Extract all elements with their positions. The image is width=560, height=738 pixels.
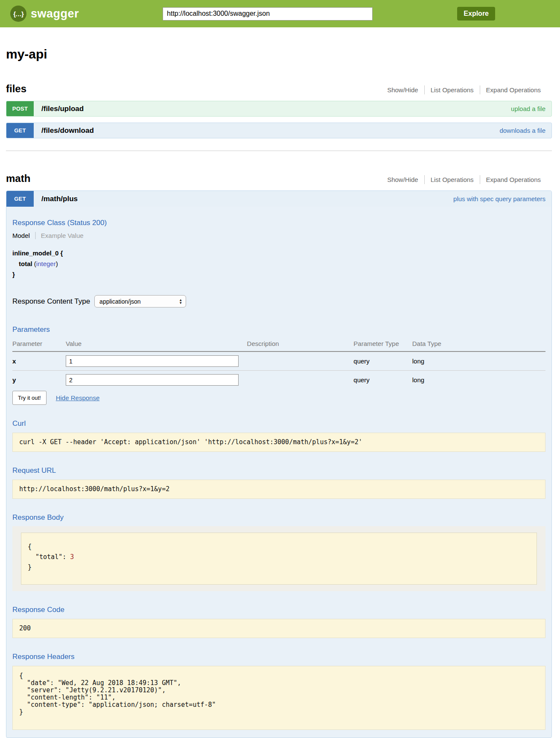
response-headers-json: { "date": "Wed, 22 Aug 2018 18:49:13 GMT… xyxy=(19,672,539,716)
files-section-header: files Show/Hide List Operations Expand O… xyxy=(6,83,552,95)
operation-summary-link[interactable]: downloads a file xyxy=(499,123,551,138)
explore-button[interactable]: Explore xyxy=(457,7,495,20)
response-body-wrapper: { "total": 3 } xyxy=(12,526,545,591)
operation-content: Response Class (Status 200) Model Exampl… xyxy=(6,207,551,738)
col-description: Description xyxy=(247,337,354,351)
response-headers-heading: Response Headers xyxy=(12,653,545,661)
param-type: query xyxy=(353,371,412,390)
http-method-badge: POST xyxy=(6,101,34,116)
param-description xyxy=(247,371,354,390)
param-type: query xyxy=(353,351,412,371)
param-name: x xyxy=(12,351,66,371)
parameters-header-row: Parameter Value Description Parameter Ty… xyxy=(12,337,545,351)
hide-response-link[interactable]: Hide Response xyxy=(56,394,100,401)
swagger-logo-icon: {…} xyxy=(10,6,26,22)
response-class-tabs: Model Example Value xyxy=(12,232,545,239)
response-code-box: 200 xyxy=(12,619,545,638)
param-x-value-input[interactable] xyxy=(66,355,239,367)
top-bar: {…} swagger Explore xyxy=(0,0,560,27)
operation-post-files-upload: POST /files/upload upload a file xyxy=(6,101,552,117)
json-total-line: "total": 3 xyxy=(28,552,530,562)
model-property-name: total xyxy=(19,260,32,267)
math-section-header: math Show/Hide List Operations Expand Op… xyxy=(6,173,552,184)
files-section-controls: Show/Hide List Operations Expand Operati… xyxy=(381,85,552,94)
response-body-json: { "total": 3 } xyxy=(21,533,537,585)
curl-command: curl -X GET --header 'Accept: applicatio… xyxy=(19,439,539,446)
page-title: my-api xyxy=(6,47,552,62)
files-show-hide-link[interactable]: Show/Hide xyxy=(381,85,424,94)
model-property-paren-close: ) xyxy=(56,260,58,267)
col-parameter-type: Parameter Type xyxy=(353,337,412,351)
operation-summary-link[interactable]: plus with spec query parameters xyxy=(453,191,551,207)
try-row: Try it out! Hide Response xyxy=(12,391,545,405)
operation-path-link[interactable]: /math/plus xyxy=(34,191,78,207)
param-description xyxy=(247,351,354,371)
col-value: Value xyxy=(66,337,247,351)
tab-example-value[interactable]: Example Value xyxy=(35,232,84,239)
operation-heading[interactable]: POST /files/upload upload a file xyxy=(6,101,552,117)
param-data-type: long xyxy=(412,351,545,371)
json-open-brace: { xyxy=(28,542,530,552)
request-url-value: http://localhost:3000/math/plus?x=1&y=2 xyxy=(19,486,539,493)
spec-url-input[interactable] xyxy=(163,7,373,20)
operation-get-math-plus: GET /math/plus plus with spec query para… xyxy=(6,190,552,738)
json-key: "total": xyxy=(35,553,66,561)
model-open-line: inline_model_0 { xyxy=(12,248,545,258)
http-method-badge: GET xyxy=(6,123,34,138)
response-headers-box: { "date": "Wed, 22 Aug 2018 18:49:13 GMT… xyxy=(12,666,545,730)
swagger-brand[interactable]: {…} swagger xyxy=(10,6,79,22)
curl-command-box: curl -X GET --header 'Accept: applicatio… xyxy=(12,433,545,452)
parameters-heading: Parameters xyxy=(12,325,545,334)
response-code-value: 200 xyxy=(19,625,539,632)
response-class-heading: Response Class (Status 200) xyxy=(12,219,545,227)
curl-heading: Curl xyxy=(12,419,545,428)
math-section-title: math xyxy=(6,173,30,184)
response-content-type-label: Response Content Type xyxy=(12,297,90,306)
try-it-out-button[interactable]: Try it out! xyxy=(12,391,47,405)
param-name: y xyxy=(12,371,66,390)
parameter-row-y: y query long xyxy=(12,371,545,390)
model-signature: inline_model_0 { total (integer) } xyxy=(12,248,545,280)
operation-heading[interactable]: GET /files/download downloads a file xyxy=(6,123,552,138)
param-y-value-input[interactable] xyxy=(66,374,239,386)
col-data-type: Data Type xyxy=(412,337,545,351)
math-section-controls: Show/Hide List Operations Expand Operati… xyxy=(381,175,552,184)
brand-name: swagger xyxy=(31,7,79,20)
json-close-brace: } xyxy=(28,562,530,572)
response-content-type-select[interactable]: application/json ▲▼ xyxy=(94,295,186,308)
files-expand-operations-link[interactable]: Expand Operations xyxy=(480,85,547,94)
operation-get-files-download: GET /files/download downloads a file xyxy=(6,123,552,138)
request-url-heading: Request URL xyxy=(12,466,545,475)
page-body: my-api files Show/Hide List Operations E… xyxy=(0,47,560,738)
math-expand-operations-link[interactable]: Expand Operations xyxy=(480,175,547,184)
response-content-type-row: Response Content Type application/json ▲… xyxy=(12,295,545,308)
math-list-operations-link[interactable]: List Operations xyxy=(424,175,480,184)
parameter-row-x: x query long xyxy=(12,351,545,371)
section-divider xyxy=(6,150,552,151)
col-parameter: Parameter xyxy=(12,337,66,351)
files-section-title: files xyxy=(6,83,26,95)
response-content-type-selected: application/json xyxy=(99,298,141,305)
math-show-hide-link[interactable]: Show/Hide xyxy=(381,175,424,184)
files-list-operations-link[interactable]: List Operations xyxy=(424,85,480,94)
operation-path-link[interactable]: /files/download xyxy=(34,123,94,138)
param-data-type: long xyxy=(412,371,545,390)
model-property-line: total (integer) xyxy=(12,258,545,269)
request-url-box: http://localhost:3000/math/plus?x=1&y=2 xyxy=(12,480,545,499)
response-code-heading: Response Code xyxy=(12,606,545,614)
operation-summary-link[interactable]: upload a file xyxy=(511,101,551,116)
parameters-table: Parameter Value Description Parameter Ty… xyxy=(12,337,545,389)
response-body-heading: Response Body xyxy=(12,513,545,522)
select-arrows-icon: ▲▼ xyxy=(179,299,182,305)
tab-model[interactable]: Model xyxy=(12,232,35,239)
http-method-badge: GET xyxy=(6,191,34,207)
json-value: 3 xyxy=(70,553,74,561)
model-close-line: } xyxy=(12,269,545,280)
model-property-type: integer xyxy=(36,260,56,267)
operation-heading[interactable]: GET /math/plus plus with spec query para… xyxy=(6,191,551,207)
operation-path-link[interactable]: /files/upload xyxy=(34,101,84,116)
